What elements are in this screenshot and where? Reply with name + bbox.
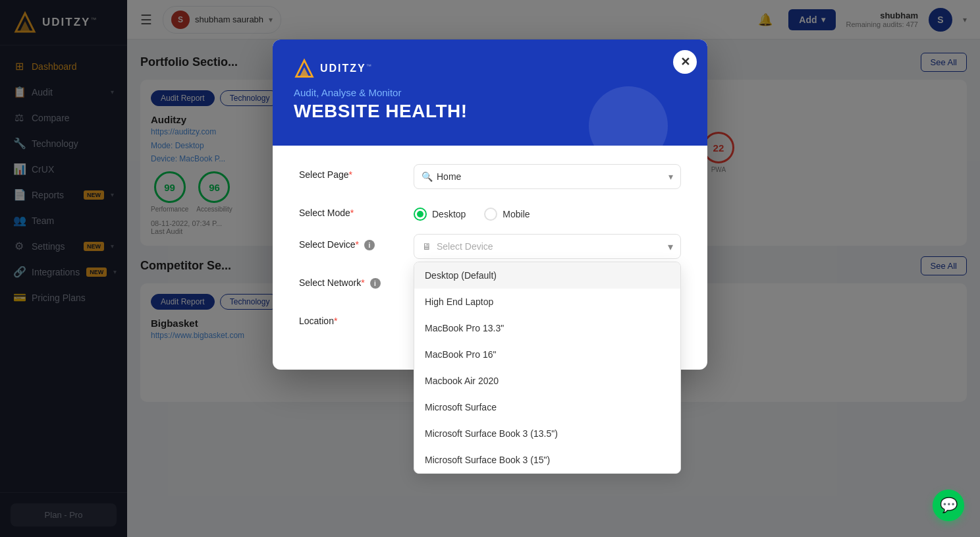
- device-dropdown-trigger[interactable]: 🖥 Select Device ▾: [414, 234, 681, 259]
- mobile-radio-outer: [484, 208, 497, 221]
- select-mode-row: Select Mode* Desktop Mobile: [299, 202, 681, 221]
- modal-logo: UDITZY™: [294, 58, 686, 79]
- modal-overlay: UDITZY™ Audit, Analyse & Monitor WEBSITE…: [0, 0, 980, 537]
- dropdown-option-macbook-pro-13[interactable]: MacBook Pro 13.3": [414, 315, 680, 341]
- device-dropdown-menu: Desktop (Default) High End Laptop MacBoo…: [414, 262, 681, 474]
- mobile-radio[interactable]: Mobile: [484, 208, 530, 221]
- info-icon: i: [370, 278, 381, 289]
- dropdown-option-desktop-default[interactable]: Desktop (Default): [414, 262, 680, 289]
- monitor-icon: 🖥: [422, 241, 431, 252]
- modal-header: UDITZY™ Audit, Analyse & Monitor WEBSITE…: [273, 40, 707, 146]
- select-device-label: Select Device* i: [299, 234, 398, 250]
- dropdown-option-macbook-pro-16[interactable]: MacBook Pro 16": [414, 341, 680, 368]
- desktop-radio-outer: [414, 208, 427, 221]
- modal-body: Select Page* 🔍 ▾ Select Mode*: [273, 146, 707, 370]
- select-network-label: Select Network* i: [299, 272, 398, 289]
- audit-modal: UDITZY™ Audit, Analyse & Monitor WEBSITE…: [273, 40, 707, 370]
- select-mode-label: Select Mode*: [299, 202, 398, 218]
- location-label: Location*: [299, 310, 398, 326]
- select-page-row: Select Page* 🔍 ▾: [299, 164, 681, 189]
- desktop-radio-inner: [417, 211, 423, 217]
- chat-icon: 💬: [940, 497, 958, 514]
- info-icon: i: [364, 240, 375, 250]
- dropdown-option-ms-surface-book-13[interactable]: Microsoft Surface Book 3 (13.5"): [414, 420, 680, 447]
- dropdown-option-microsoft-surface[interactable]: Microsoft Surface: [414, 394, 680, 420]
- select-device-field: 🖥 Select Device ▾ Desktop (Default) High…: [414, 234, 681, 259]
- chevron-down-icon: ▾: [668, 171, 673, 182]
- dropdown-option-macbook-air[interactable]: Macbook Air 2020: [414, 368, 680, 394]
- page-input[interactable]: [414, 164, 681, 189]
- chevron-down-icon: ▾: [668, 240, 673, 253]
- mode-radio-group: Desktop Mobile: [414, 202, 681, 221]
- mobile-label: Mobile: [503, 209, 530, 219]
- dropdown-option-high-end-laptop[interactable]: High End Laptop: [414, 289, 680, 315]
- modal-logo-text: UDITZY™: [320, 63, 371, 74]
- modal-close-button[interactable]: ✕: [673, 50, 697, 74]
- dropdown-option-ms-surface-book-15[interactable]: Microsoft Surface Book 3 (15"): [414, 447, 680, 473]
- close-icon: ✕: [680, 55, 690, 69]
- modal-decoration: [589, 86, 668, 165]
- select-device-row: Select Device* i 🖥 Select Device ▾ Deskt…: [299, 234, 681, 259]
- desktop-label: Desktop: [432, 209, 466, 219]
- select-mode-field: Desktop Mobile: [414, 202, 681, 221]
- chat-bubble[interactable]: 💬: [933, 490, 964, 521]
- search-icon: 🔍: [422, 171, 433, 182]
- device-placeholder: Select Device: [437, 241, 493, 252]
- select-page-label: Select Page*: [299, 164, 398, 180]
- select-page-field: 🔍 ▾: [414, 164, 681, 189]
- desktop-radio[interactable]: Desktop: [414, 208, 466, 221]
